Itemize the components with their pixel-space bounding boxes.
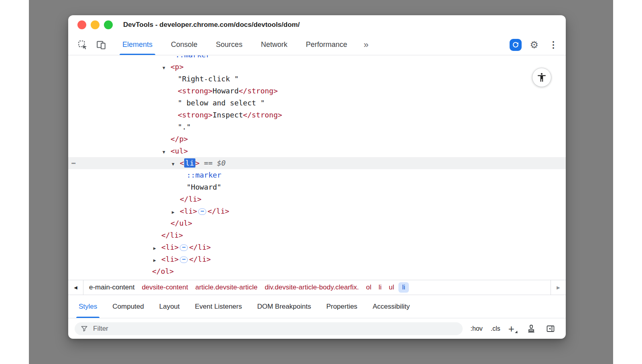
dom-tree: ::marker▼<p>"Right-click "<strong>Howard… — [68, 55, 566, 280]
token-dollar: $0 — [217, 159, 226, 167]
element-classes-button[interactable]: .cls — [491, 325, 500, 332]
token-tag: </strong> — [243, 111, 282, 119]
zoom-window-button[interactable] — [104, 20, 113, 29]
token-text: Howard — [213, 87, 239, 95]
tab-styles[interactable]: Styles — [76, 295, 100, 318]
dom-tree-node[interactable]: ::marker — [68, 55, 566, 61]
breadcrumb-list: e-main-contentdevsite-contentarticle.dev… — [83, 280, 551, 295]
dom-tree-node[interactable]: </p> — [68, 133, 566, 145]
expand-arrow-icon[interactable]: ▶ — [153, 243, 161, 255]
breadcrumb-item-li[interactable]: li — [375, 282, 386, 293]
token-tag: </li> — [189, 243, 211, 251]
token-text: Inspect — [213, 111, 243, 119]
sidebar-toggle-icon[interactable] — [545, 323, 556, 334]
tab-event-listeners[interactable]: Event Listeners — [193, 295, 244, 318]
dom-tree-node[interactable]: ▼<p> — [68, 61, 566, 73]
breadcrumb-item-ul[interactable]: ul — [385, 282, 398, 293]
token-tag: </li> — [189, 255, 211, 263]
breadcrumb-item-div-devsite-article-body-clearfix[interactable]: div.devsite-article-body.clearfix. — [261, 282, 363, 293]
token-tag: <li> — [161, 255, 179, 263]
dom-tree-node[interactable]: </ul> — [68, 217, 566, 229]
token-text: "." — [178, 123, 191, 131]
dom-tree-node[interactable]: </li> — [68, 229, 566, 241]
token-tag: <li> — [180, 207, 197, 215]
dom-tree-selected-node[interactable]: ⋯▼<li> == $0 — [68, 157, 566, 169]
plus-icon: + — [508, 323, 514, 335]
toolbar-right-icons: ⚙ ⋮ — [510, 39, 560, 51]
dom-tree-node[interactable]: <strong>Howard</strong> — [68, 85, 566, 97]
token-tag: <strong> — [178, 111, 213, 119]
more-panels-chevron[interactable]: » — [364, 40, 368, 50]
tab-dom-breakpoints[interactable]: DOM Breakpoints — [255, 295, 313, 318]
token-tag: </strong> — [239, 87, 278, 95]
filter-funnel-icon — [80, 325, 88, 333]
token-tag: > — [195, 159, 200, 167]
kebab-menu-icon[interactable]: ⋮ — [547, 40, 560, 49]
token-eq: == — [199, 159, 217, 167]
tab-performance[interactable]: Performance — [303, 34, 350, 55]
breadcrumb-item-article-devsite-article[interactable]: article.devsite-article — [192, 282, 261, 293]
tab-elements[interactable]: Elements — [120, 34, 155, 55]
inspect-icon[interactable] — [77, 39, 88, 51]
expand-ellipsis-button[interactable]: ⋯ — [180, 245, 188, 251]
sync-badge-icon[interactable] — [510, 39, 522, 51]
devtools-toolbar: ElementsConsoleSourcesNetworkPerformance… — [68, 34, 566, 55]
minimize-window-button[interactable] — [91, 20, 100, 29]
breadcrumb-next-arrow[interactable]: ▶ — [551, 280, 566, 295]
tab-network[interactable]: Network — [258, 34, 290, 55]
dom-tree-node[interactable]: " below and select " — [68, 97, 566, 109]
dom-tree-node[interactable]: "." — [68, 121, 566, 133]
dom-tree-node[interactable]: ▶<li>⋯</li> — [68, 205, 566, 217]
more-actions-dots[interactable]: ⋯ — [71, 157, 76, 169]
dom-tree-node[interactable]: <strong>Inspect</strong> — [68, 109, 566, 121]
token-tag: </ol> — [152, 267, 174, 275]
breadcrumb-item-e-main-content[interactable]: e-main-content — [85, 282, 138, 293]
tab-computed[interactable]: Computed — [110, 295, 146, 318]
plus-caret-icon — [515, 330, 518, 334]
styles-pane-tabs: StylesComputedLayoutEvent ListenersDOM B… — [68, 295, 566, 318]
token-pseudo: ::marker — [175, 55, 210, 59]
tab-console[interactable]: Console — [168, 34, 200, 55]
window-title: DevTools - developer.chrome.com/docs/dev… — [123, 21, 300, 29]
expand-arrow-icon[interactable]: ▼ — [172, 158, 180, 170]
new-style-rule-button[interactable]: + — [508, 324, 518, 334]
dom-tree-node[interactable]: ▶<li>⋯</li> — [68, 253, 566, 265]
dom-tree-node[interactable]: </li> — [68, 193, 566, 205]
tab-layout[interactable]: Layout — [157, 295, 182, 318]
dom-tree-node[interactable]: ▶<li>⋯</li> — [68, 241, 566, 253]
token-tag: <strong> — [178, 87, 213, 95]
dom-tree-node[interactable]: "Right-click " — [68, 73, 566, 85]
breadcrumb-item-devsite-content[interactable]: devsite-content — [138, 282, 191, 293]
breadcrumb-prev-arrow[interactable]: ◀ — [68, 280, 83, 295]
device-toolbar-icon[interactable] — [95, 39, 107, 51]
toggle-element-state-button[interactable]: :hov — [471, 325, 483, 332]
stamp-icon[interactable] — [526, 323, 537, 334]
tab-accessibility[interactable]: Accessibility — [370, 295, 412, 318]
devtools-window: DevTools - developer.chrome.com/docs/dev… — [68, 15, 566, 339]
dom-tree-node[interactable]: </ol> — [68, 265, 566, 277]
tab-properties[interactable]: Properties — [324, 295, 360, 318]
breadcrumb-item-li[interactable]: li — [398, 282, 409, 293]
close-window-button[interactable] — [77, 20, 86, 29]
token-tag: </p> — [171, 135, 188, 143]
breadcrumb-item-ol[interactable]: ol — [362, 282, 375, 293]
token-text: "Right-click " — [178, 75, 239, 83]
breadcrumb: ◀ e-main-contentdevsite-contentarticle.d… — [68, 280, 566, 295]
dom-tree-node[interactable]: ::marker — [68, 169, 566, 181]
expand-arrow-icon[interactable]: ▼ — [163, 62, 171, 74]
tab-sources[interactable]: Sources — [213, 34, 245, 55]
dom-tree-node[interactable]: "Howard" — [68, 181, 566, 193]
token-tag: </li> — [207, 207, 229, 215]
styles-filter-bar: :hov .cls + — [68, 318, 566, 339]
expand-arrow-icon[interactable]: ▶ — [153, 255, 161, 267]
title-bar: DevTools - developer.chrome.com/docs/dev… — [68, 15, 566, 34]
dom-tree-node[interactable]: ▼<ul> — [68, 145, 566, 157]
expand-ellipsis-button[interactable]: ⋯ — [198, 208, 206, 215]
token-tag: </li> — [180, 195, 201, 203]
expand-arrow-icon[interactable]: ▼ — [163, 146, 171, 158]
expand-arrow-icon[interactable]: ▶ — [172, 206, 180, 218]
expand-ellipsis-button[interactable]: ⋯ — [180, 257, 188, 263]
filter-input[interactable] — [92, 324, 457, 333]
panel-tabs: ElementsConsoleSourcesNetworkPerformance — [120, 34, 363, 55]
settings-gear-icon[interactable]: ⚙ — [530, 40, 538, 50]
